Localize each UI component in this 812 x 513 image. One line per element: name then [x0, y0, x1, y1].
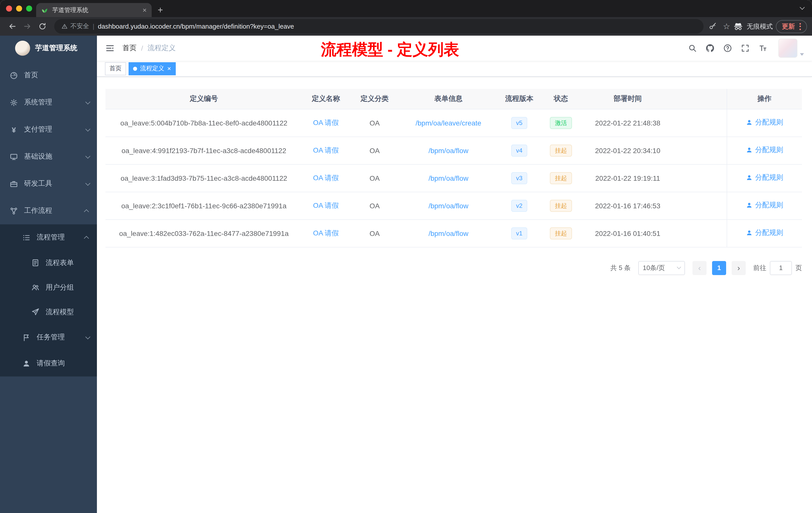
definition-name-link[interactable]: OA 请假 [313, 146, 339, 154]
browser-tab-bar: 芋道管理系统 × + [0, 0, 812, 17]
tab-search-chevron-icon[interactable] [801, 2, 804, 11]
font-size-icon[interactable] [758, 44, 767, 53]
next-page-button[interactable]: › [732, 261, 746, 275]
close-tab-icon[interactable]: × [143, 6, 147, 13]
close-window-button[interactable] [6, 5, 12, 11]
users-icon [31, 283, 40, 292]
assign-rule-link[interactable]: 分配规则 [746, 146, 783, 155]
chevron-up-icon [84, 209, 89, 214]
tags-view-bar: 首页 流程定义 × [97, 61, 812, 77]
page-size-select[interactable]: 10条/页 [638, 261, 685, 275]
gear-icon [9, 98, 18, 107]
assign-rule-link[interactable]: 分配规则 [746, 229, 783, 237]
table-row: oa_leave:2:3c1f0ef1-76b1-11ec-9c66-a2380… [106, 192, 802, 219]
definition-name-link[interactable]: OA 请假 [313, 174, 339, 181]
version-badge: v4 [511, 144, 527, 156]
tag-process-definition[interactable]: 流程定义 × [128, 62, 175, 75]
web-page: 芋道管理系统 首页 系统管理 ¥ 支付管理 [0, 36, 812, 513]
sidebar-item-process-management[interactable]: 流程管理 [0, 224, 97, 250]
breadcrumb-home[interactable]: 首页 [122, 44, 137, 53]
sidebar-item-devtools[interactable]: 研发工具 [0, 170, 97, 197]
reload-button[interactable] [35, 19, 49, 33]
security-status[interactable]: 不安全 [61, 22, 89, 31]
sidebar-item-workflow[interactable]: 工作流程 [0, 197, 97, 224]
goto-unit-label: 页 [795, 263, 802, 272]
browser-tab[interactable]: 芋道管理系统 × [36, 3, 152, 17]
status-badge: 挂起 [550, 200, 572, 212]
browser-menu-icon[interactable] [800, 23, 801, 30]
yen-icon: ¥ [9, 125, 18, 134]
minimize-window-button[interactable] [16, 5, 22, 11]
person-icon [22, 359, 31, 368]
bookmark-star-icon[interactable]: ☆ [723, 22, 730, 30]
forward-button[interactable] [20, 19, 34, 33]
update-label: 更新 [782, 22, 795, 31]
avatar[interactable] [778, 39, 798, 58]
back-button[interactable] [5, 19, 19, 33]
cell-definition-id: oa_leave:1:482ec033-762a-11ec-8477-a2380… [106, 219, 302, 247]
definition-name-link[interactable]: OA 请假 [313, 201, 339, 209]
zoom-window-button[interactable] [26, 5, 32, 11]
cell-definition-id: oa_leave:2:3c1f0ef1-76b1-11ec-9c66-a2380… [106, 192, 302, 219]
fullscreen-icon[interactable] [741, 44, 750, 53]
definition-name-link[interactable]: OA 请假 [313, 118, 339, 126]
hamburger-icon[interactable] [105, 43, 115, 53]
chevron-down-icon [677, 265, 681, 269]
form-link[interactable]: /bpm/oa/flow [429, 174, 468, 182]
sidebar-item-process-model[interactable]: 流程模型 [0, 300, 97, 324]
cell-definition-id: oa_leave:4:991f2193-7b7f-11ec-a3c8-acde4… [106, 137, 302, 164]
version-badge: v1 [511, 227, 527, 239]
col-header-category: 定义分类 [349, 89, 400, 109]
sidebar-item-task-management[interactable]: 任务管理 [0, 324, 97, 350]
search-icon[interactable] [688, 44, 697, 53]
browser-update-button[interactable]: 更新 [776, 20, 807, 33]
col-header-version: 流程版本 [497, 89, 541, 109]
sidebar-item-label: 工作流程 [24, 206, 52, 215]
sidebar-logo[interactable]: 芋道管理系统 [0, 36, 97, 61]
new-tab-button[interactable]: + [158, 5, 163, 14]
flag-icon [22, 333, 31, 341]
assign-rule-link[interactable]: 分配规则 [746, 173, 783, 182]
cell-category: OA [349, 137, 400, 164]
person-icon [746, 174, 753, 181]
assign-rule-link[interactable]: 分配规则 [746, 118, 783, 127]
sidebar-item-leave-query[interactable]: 请假查询 [0, 350, 97, 376]
user-menu[interactable] [778, 39, 804, 58]
form-link[interactable]: /bpm/oa/flow [429, 229, 468, 237]
sidebar-item-system[interactable]: 系统管理 [0, 89, 97, 116]
sidebar-item-user-group[interactable]: 用户分组 [0, 275, 97, 300]
form-link[interactable]: /bpm/oa/leave/create [415, 119, 481, 127]
page-number-button[interactable]: 1 [712, 261, 726, 275]
help-icon[interactable] [723, 44, 732, 53]
form-link[interactable]: /bpm/oa/flow [429, 202, 468, 210]
cell-spacer [675, 192, 727, 219]
col-header-name: 定义名称 [302, 89, 349, 109]
list-icon [22, 233, 31, 242]
goto-page-input[interactable] [770, 261, 792, 275]
page-annotation: 流程模型 - 定义列表 [321, 39, 459, 60]
cell-spacer [675, 109, 727, 137]
sidebar-item-home[interactable]: 首页 [0, 62, 97, 89]
password-key-icon[interactable] [708, 22, 717, 31]
sidebar-item-infrastructure[interactable]: 基础设施 [0, 143, 97, 170]
person-icon [746, 230, 753, 236]
sidebar-item-process-form[interactable]: 流程表单 [0, 250, 97, 275]
cell-deploy-time: 2022-01-16 17:46:53 [580, 192, 675, 219]
close-tag-icon[interactable]: × [167, 65, 171, 72]
breadcrumb: 首页 / 流程定义 [122, 44, 176, 53]
assign-rule-link[interactable]: 分配规则 [746, 201, 783, 210]
form-link[interactable]: /bpm/oa/flow [429, 146, 468, 154]
prev-page-button[interactable]: ‹ [693, 261, 706, 275]
definition-name-link[interactable]: OA 请假 [313, 229, 339, 237]
sidebar-item-label: 流程表单 [46, 258, 74, 267]
breadcrumb-separator: / [141, 44, 143, 52]
goto-page: 前往 页 [753, 261, 802, 275]
tag-home[interactable]: 首页 [105, 62, 126, 75]
sidebar-item-payment[interactable]: ¥ 支付管理 [0, 116, 97, 143]
url-omnibox[interactable]: 不安全 | dashboard.yudao.iocoder.cn/bpm/man… [54, 19, 703, 34]
browser-window: 芋道管理系统 × + 不安全 | dashboard.yudao.iocoder… [0, 0, 812, 513]
col-header-time: 部署时间 [580, 89, 675, 109]
dashboard-icon [9, 71, 18, 80]
github-icon[interactable] [705, 44, 715, 53]
sidebar: 芋道管理系统 首页 系统管理 ¥ 支付管理 [0, 36, 97, 513]
